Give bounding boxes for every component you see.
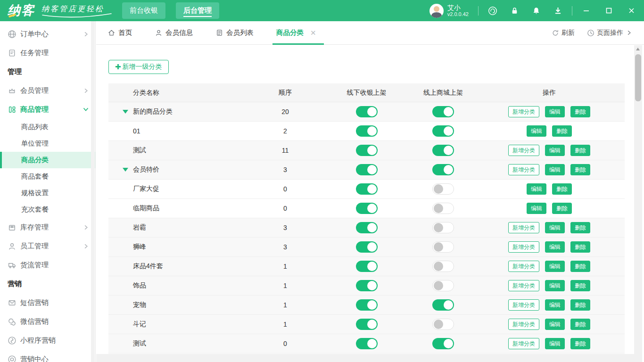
edit-button[interactable]: 编辑 (545, 164, 565, 175)
nav-tab-frontdesk-cashier[interactable]: 前台收银 (122, 2, 165, 19)
delete-button[interactable]: 删除 (552, 203, 572, 214)
edit-button[interactable]: 编辑 (545, 222, 565, 233)
delete-button[interactable]: 删除 (570, 299, 590, 311)
page-operations-button[interactable]: 页面操作 (587, 29, 632, 37)
sidebar-item[interactable]: 库存管理 (0, 218, 95, 237)
delete-button[interactable]: 删除 (570, 164, 590, 175)
edit-button[interactable]: 编辑 (527, 203, 546, 214)
edit-button[interactable]: 编辑 (527, 125, 546, 137)
online-mall-toggle[interactable] (432, 338, 454, 349)
offline-pos-toggle[interactable] (356, 203, 378, 214)
edit-button[interactable]: 编辑 (545, 299, 565, 311)
close-button[interactable] (627, 7, 636, 15)
online-mall-toggle[interactable] (432, 261, 454, 272)
sidebar-item[interactable]: 小程序营销 (0, 331, 95, 350)
online-mall-toggle[interactable] (432, 241, 454, 253)
offline-pos-toggle[interactable] (356, 222, 378, 233)
sidebar-subitem[interactable]: 规格设置 (0, 185, 95, 201)
online-mall-toggle[interactable] (432, 222, 454, 233)
offline-pos-toggle[interactable] (356, 280, 378, 291)
sidebar-item[interactable]: 货流管理 (0, 255, 95, 274)
sidebar-item[interactable]: 短信营销 (0, 293, 95, 312)
online-mall-toggle[interactable] (432, 164, 454, 175)
scroll-up-arrow-icon[interactable] (636, 48, 640, 50)
add-subcategory-button[interactable]: 新增分类 (508, 261, 539, 272)
offline-pos-toggle[interactable] (356, 241, 378, 253)
add-subcategory-button[interactable]: 新增分类 (508, 222, 539, 233)
online-mall-toggle[interactable] (432, 183, 454, 195)
sidebar-subitem[interactable]: 充次套餐 (0, 201, 95, 218)
download-icon[interactable] (553, 6, 562, 16)
delete-button[interactable]: 删除 (570, 338, 590, 349)
add-subcategory-button[interactable]: 新增分类 (508, 280, 539, 291)
add-subcategory-button[interactable]: 新增分类 (508, 319, 539, 330)
online-mall-toggle[interactable] (432, 145, 454, 156)
vertical-scrollbar-thumb[interactable] (635, 54, 641, 101)
add-subcategory-button[interactable]: 新增分类 (508, 145, 539, 156)
close-tab-icon[interactable]: ✕ (310, 29, 316, 37)
online-mall-toggle[interactable] (432, 203, 454, 214)
add-top-category-button[interactable]: ✚ 新增一级分类 (108, 60, 169, 74)
delete-button[interactable]: 删除 (552, 183, 572, 195)
page-tab[interactable]: 首页 (107, 21, 133, 45)
online-mall-toggle[interactable] (432, 299, 454, 311)
lock-icon[interactable] (510, 6, 519, 16)
sidebar-item[interactable]: 订单中心 (0, 25, 95, 43)
sidebar-item[interactable]: 营销中心 (0, 350, 95, 362)
sidebar-item[interactable]: 会员管理 (0, 81, 95, 100)
add-subcategory-button[interactable]: 新增分类 (508, 338, 539, 349)
expand-arrow-icon[interactable] (123, 110, 128, 114)
nav-tab-backoffice-admin[interactable]: 后台管理 (176, 2, 219, 19)
sidebar-subitem[interactable]: 单位管理 (0, 135, 95, 152)
offline-pos-toggle[interactable] (356, 261, 378, 272)
offline-pos-toggle[interactable] (356, 338, 378, 349)
online-mall-toggle[interactable] (432, 280, 454, 291)
page-tab[interactable]: 会员信息 (154, 21, 194, 45)
edit-button[interactable]: 编辑 (545, 241, 565, 253)
edit-button[interactable]: 编辑 (545, 280, 565, 291)
sidebar-subitem[interactable]: 商品套餐 (0, 168, 95, 185)
delete-button[interactable]: 删除 (570, 261, 590, 272)
sidebar-scrollbar[interactable] (91, 21, 95, 362)
delete-button[interactable]: 删除 (570, 319, 590, 330)
offline-pos-toggle[interactable] (356, 299, 378, 311)
offline-pos-toggle[interactable] (356, 164, 378, 175)
edit-button[interactable]: 编辑 (545, 145, 565, 156)
delete-button[interactable]: 删除 (570, 145, 590, 156)
offline-pos-toggle[interactable] (356, 183, 378, 195)
edit-button[interactable]: 编辑 (545, 338, 565, 349)
delete-button[interactable]: 删除 (552, 125, 572, 137)
add-subcategory-button[interactable]: 新增分类 (508, 241, 539, 253)
online-mall-toggle[interactable] (432, 319, 454, 330)
sidebar-item[interactable]: 微信营销 (0, 312, 95, 331)
refresh-button[interactable]: 刷新 (552, 29, 575, 37)
delete-button[interactable]: 删除 (570, 222, 590, 233)
delete-button[interactable]: 删除 (570, 241, 590, 253)
sidebar-subitem[interactable]: 商品分类 (0, 152, 95, 168)
sidebar-item[interactable]: 员工管理 (0, 237, 95, 255)
vertical-scrollbar[interactable] (634, 45, 642, 362)
offline-pos-toggle[interactable] (356, 319, 378, 330)
add-subcategory-button[interactable]: 新增分类 (508, 299, 539, 311)
horizontal-scrollbar[interactable] (96, 354, 634, 362)
minimize-button[interactable] (582, 7, 590, 15)
delete-button[interactable]: 删除 (570, 106, 590, 117)
page-tab[interactable]: 商品分类✕ (275, 21, 317, 45)
bell-icon[interactable] (531, 6, 541, 16)
avatar[interactable] (429, 4, 444, 18)
offline-pos-toggle[interactable] (356, 145, 378, 156)
page-tab[interactable]: 会员列表 (215, 21, 255, 45)
add-subcategory-button[interactable]: 新增分类 (508, 106, 539, 117)
edit-button[interactable]: 编辑 (545, 261, 565, 272)
online-mall-toggle[interactable] (432, 125, 454, 137)
offline-pos-toggle[interactable] (356, 106, 378, 117)
edit-button[interactable]: 编辑 (545, 106, 565, 117)
sidebar-subitem[interactable]: 商品列表 (0, 119, 95, 135)
edit-button[interactable]: 编辑 (545, 319, 565, 330)
online-mall-toggle[interactable] (432, 106, 454, 117)
add-subcategory-button[interactable]: 新增分类 (508, 164, 539, 175)
sidebar-item[interactable]: 任务管理 (0, 43, 95, 62)
maximize-button[interactable] (604, 7, 613, 15)
delete-button[interactable]: 删除 (570, 280, 590, 291)
edit-button[interactable]: 编辑 (527, 183, 546, 195)
